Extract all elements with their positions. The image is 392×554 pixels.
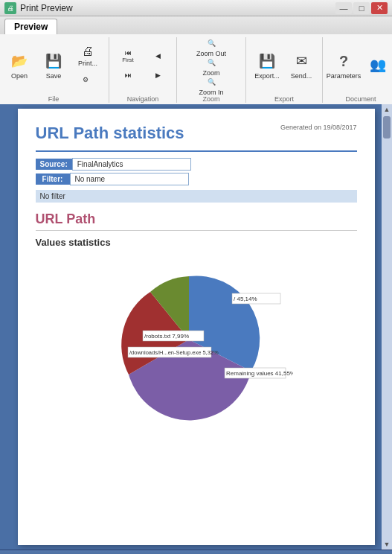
export-buttons: 💾 Export... ✉ Send...: [251, 37, 318, 94]
navigation-group-label: Navigation: [114, 95, 172, 103]
settings-icon: ⚙: [83, 76, 89, 83]
last-page-icon: ⏭: [125, 71, 132, 79]
scroll-thumb-vertical[interactable]: [383, 116, 391, 138]
export-button[interactable]: 💾 Export...: [251, 46, 283, 85]
parameters-button[interactable]: ? Parameters: [327, 46, 360, 85]
file-group-label: File: [3, 95, 104, 103]
generated-on: Generated on 19/08/2017: [280, 124, 357, 131]
window-title: Print Preview: [20, 3, 73, 13]
svg-text:/robots.txt 7,99%: /robots.txt 7,99%: [144, 333, 189, 340]
app-icon: 🖨: [4, 2, 16, 14]
zoom-out-button[interactable]: 🔍 Zoom Out: [181, 37, 241, 55]
doc-settings-icon: 👥: [368, 55, 388, 74]
zoom-in-icon: 🔍: [208, 78, 216, 86]
scroll-up-arrow[interactable]: ▲: [384, 106, 391, 113]
document-group-label: Document: [327, 95, 392, 103]
filter-row: Filter: No name: [36, 173, 357, 185]
navigation-buttons: ⏮ First ⏭ ◀ ▶: [114, 37, 172, 94]
filter-bar: No filter: [36, 190, 357, 203]
ribbon-toolbar: 📂 Open 💾 Save 🖨 Print... ⚙ File: [0, 34, 392, 104]
first-page-button[interactable]: ⏮ First: [114, 47, 142, 65]
scrollbar-vertical[interactable]: ▲ ▼: [382, 104, 392, 550]
tab-preview[interactable]: Preview: [4, 19, 57, 34]
section-title: URL Path: [36, 211, 357, 231]
next-page-icon: ▶: [155, 71, 161, 79]
svg-text:/ 45,14%: / 45,14%: [234, 296, 257, 302]
page-container: URL Path statistics Generated on 19/08/2…: [18, 109, 375, 545]
file-buttons: 📂 Open 💾 Save 🖨 Print... ⚙: [3, 37, 104, 94]
source-value: FinalAnalytics: [72, 158, 191, 171]
zoom-group-label: Zoom: [181, 95, 241, 103]
send-icon: ✉: [292, 51, 311, 71]
zoom-in-button[interactable]: 🔍 Zoom In: [181, 76, 241, 94]
ribbon-group-navigation: ⏮ First ⏭ ◀ ▶ Navigation: [114, 37, 177, 103]
source-label: Source:: [36, 159, 72, 170]
doc-settings-button[interactable]: 👥: [362, 46, 392, 85]
ribbon-group-file: 📂 Open 💾 Save 🖨 Print... ⚙ File: [3, 37, 109, 103]
ribbon-group-document: ? Parameters 👥 Document: [327, 37, 392, 103]
zoom-out-icon: 🔍: [208, 39, 216, 47]
open-button[interactable]: 📂 Open: [3, 46, 36, 85]
first-page-icon: ⏮: [125, 49, 132, 57]
bottom-bar: ◀ ▶ Page: / 2: [0, 550, 392, 554]
send-button[interactable]: ✉ Send...: [285, 46, 318, 85]
report-title: URL Path statistics: [36, 124, 184, 143]
ribbon-group-export: 💾 Export... ✉ Send... Export: [251, 37, 323, 103]
zoom-buttons: 🔍 Zoom Out 🔍 Zoom 🔍 Zoom In: [181, 37, 241, 94]
print-icon: 🖨: [78, 45, 97, 58]
last-page-button[interactable]: ⏭: [114, 66, 142, 84]
source-row: Source: FinalAnalytics: [36, 158, 357, 171]
filter-value: No name: [70, 173, 189, 185]
minimize-button[interactable]: —: [335, 2, 352, 14]
document-buttons: ? Parameters 👥: [327, 37, 392, 94]
values-title: Values statistics: [36, 237, 357, 248]
window-controls: — □ ✕: [335, 2, 388, 14]
zoom-button[interactable]: 🔍 Zoom: [181, 57, 241, 74]
save-button[interactable]: 💾 Save: [37, 46, 70, 85]
ribbon-tabs: Preview: [0, 16, 392, 34]
chart-container: / 45,14% Remaining values 41,55% /robots…: [36, 254, 357, 425]
export-icon: 💾: [257, 51, 277, 71]
title-bar: 🖨 Print Preview — □ ✕: [0, 0, 392, 16]
report-header: URL Path statistics Generated on 19/08/2…: [36, 124, 357, 152]
scroll-down-arrow[interactable]: ▼: [384, 541, 391, 548]
export-group-label: Export: [251, 95, 318, 103]
parameters-icon: ?: [334, 51, 353, 71]
open-icon: 📂: [10, 51, 29, 71]
filter-label: Filter:: [36, 173, 70, 185]
prev-page-icon: ◀: [155, 52, 161, 60]
next-page-button[interactable]: ▶: [144, 66, 172, 84]
print-button[interactable]: 🖨 Print...: [71, 42, 104, 69]
ribbon-group-zoom: 🔍 Zoom Out 🔍 Zoom 🔍 Zoom In Zoom: [181, 37, 246, 103]
print-area: URL Path statistics Generated on 19/08/2…: [0, 104, 392, 550]
svg-text:Remaining values 41,55%: Remaining values 41,55%: [226, 370, 293, 377]
prev-page-button[interactable]: ◀: [144, 47, 172, 65]
save-icon: 💾: [44, 51, 63, 71]
svg-text:/downloads/H...en-Setup.exe 5,: /downloads/H...en-Setup.exe 5,32%: [129, 349, 219, 356]
pie-chart: / 45,14% Remaining values 41,55% /robots…: [100, 258, 293, 421]
maximize-button[interactable]: □: [353, 2, 370, 14]
zoom-icon: 🔍: [208, 59, 216, 66]
print-settings-button[interactable]: ⚙: [71, 71, 100, 89]
close-button[interactable]: ✕: [371, 2, 388, 14]
